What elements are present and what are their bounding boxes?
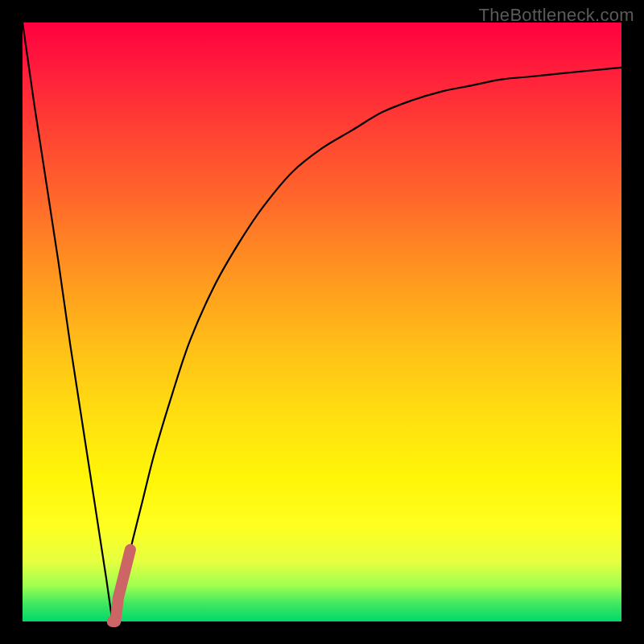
plot-area: [23, 23, 621, 621]
chart-svg: [23, 23, 621, 621]
bottleneck-curve-left: [23, 23, 113, 621]
chart-frame: TheBottleneck.com: [0, 0, 644, 644]
highlight-segment: [113, 550, 130, 621]
bottleneck-curve-right: [113, 68, 621, 621]
